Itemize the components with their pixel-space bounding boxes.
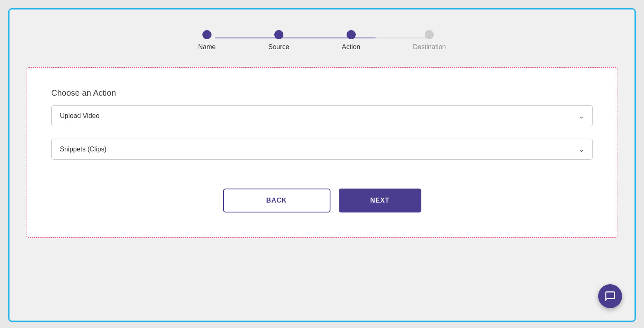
step-action: Action	[342, 30, 360, 51]
step-label-action: Action	[342, 43, 360, 51]
step-dot-name	[202, 30, 211, 39]
action-dropdown[interactable]: Upload Video Download Video Stream Video…	[51, 105, 593, 126]
page-frame: Name Source Action Destination Choose an…	[8, 8, 636, 322]
step-destination: Destination	[413, 30, 446, 51]
step-dot-action	[347, 30, 356, 39]
step-source: Source	[269, 30, 290, 51]
chat-icon	[604, 290, 616, 302]
step-label-name: Name	[198, 43, 216, 51]
step-dot-destination	[425, 30, 434, 39]
stepper-steps: Name Source Action Destination	[198, 30, 446, 51]
step-dot-source	[274, 30, 283, 39]
clips-dropdown[interactable]: Snippets (Clips) Full Video Highlights C…	[51, 139, 593, 160]
clips-dropdown-wrapper: Snippets (Clips) Full Video Highlights C…	[51, 139, 593, 160]
step-label-destination: Destination	[413, 43, 446, 51]
step-name: Name	[198, 30, 216, 51]
chat-bubble-button[interactable]	[598, 284, 622, 308]
section-label: Choose an Action	[51, 88, 593, 98]
content-card: Choose an Action Upload Video Download V…	[26, 67, 618, 238]
button-row: BACK NEXT	[51, 189, 593, 212]
step-label-source: Source	[269, 43, 290, 51]
action-dropdown-wrapper: Upload Video Download Video Stream Video…	[51, 105, 593, 126]
back-button[interactable]: BACK	[223, 189, 330, 212]
stepper: Name Source Action Destination	[198, 30, 446, 51]
next-button[interactable]: NEXT	[339, 189, 421, 212]
